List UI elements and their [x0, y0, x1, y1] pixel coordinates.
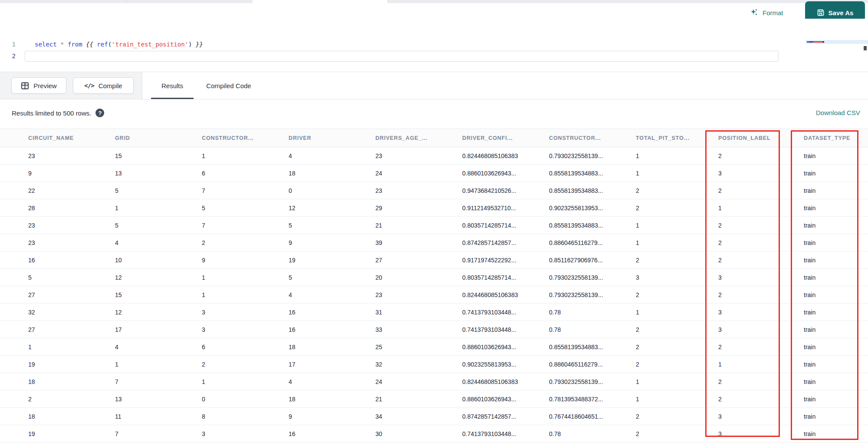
table-cell: 7	[108, 425, 195, 443]
table-cell: 23	[0, 147, 108, 165]
editor-minimap[interactable]	[806, 40, 868, 44]
table-cell: 1	[108, 199, 195, 217]
code-token: select	[35, 41, 57, 48]
table-cell: 0.8860465116279...	[542, 356, 629, 373]
column-header[interactable]: DRIVER	[282, 129, 369, 147]
table-cell: 0.8035714285714...	[456, 217, 542, 234]
code-token: )	[188, 41, 192, 48]
table-cell: 13	[108, 165, 195, 182]
tab-compiled-code[interactable]: Compiled Code	[201, 72, 257, 99]
table-cell: 12	[108, 269, 195, 286]
table-cell: 1	[195, 373, 282, 390]
table-cell: train	[797, 373, 868, 390]
table-cell: 19	[282, 251, 369, 269]
table-cell: 16	[282, 304, 369, 321]
table-cell: 0.9023255813953...	[542, 199, 629, 217]
minimap-scroll-handle[interactable]	[864, 46, 867, 50]
table-cell: train	[797, 234, 868, 251]
table-cell: 5	[108, 182, 195, 199]
download-csv-link[interactable]: Download CSV	[816, 109, 860, 116]
table-cell: 1	[629, 165, 712, 182]
table-cell: 2	[712, 182, 797, 199]
table-cell: 24	[369, 373, 456, 390]
format-button[interactable]: Format	[750, 7, 783, 19]
table-cell: 3	[712, 304, 797, 321]
table-cell: 2	[712, 251, 797, 269]
table-cell: 0.8558139534883...	[542, 165, 629, 182]
table-cell: train	[797, 356, 868, 373]
column-header[interactable]: POSITION_LABEL	[712, 129, 797, 147]
table-row: 281512290.9112149532710...0.902325581395…	[0, 199, 868, 217]
table-cell: 1	[108, 356, 195, 373]
column-header[interactable]: DATASET_TYPE	[797, 129, 868, 147]
table-cell: 0.9023255813953...	[456, 356, 542, 373]
table-cell: 2	[195, 234, 282, 251]
table-row: 181189340.8742857142857...0.767441860465…	[0, 408, 868, 425]
table-cell: 24	[369, 165, 456, 182]
minimap-code-line	[807, 41, 829, 43]
table-cell: 0.824468085106383	[456, 373, 542, 390]
table-cell: train	[797, 269, 868, 286]
table-cell: 23	[0, 217, 108, 234]
column-header[interactable]: CIRCUIT_NAME	[0, 129, 108, 147]
table-cell: 15	[108, 147, 195, 165]
table-cell: 2	[629, 356, 712, 373]
editor-toolbar: Format Save As	[0, 3, 868, 19]
active-file-tab[interactable]	[252, 0, 388, 3]
table-cell: 0.824468085106383	[456, 286, 542, 304]
table-cell: 0.8558139534883...	[542, 338, 629, 356]
table-cell: 25	[369, 338, 456, 356]
table-cell: 13	[108, 390, 195, 408]
table-cell: 4	[108, 338, 195, 356]
table-cell: 16	[282, 425, 369, 443]
line-number-1: 1	[6, 40, 16, 49]
table-cell: 32	[0, 304, 108, 321]
table-cell: train	[797, 147, 868, 165]
table-cell: 3	[195, 304, 282, 321]
table-cell: 3	[195, 321, 282, 338]
compile-button[interactable]: </> Compile	[73, 77, 134, 94]
save-as-label: Save As	[829, 9, 854, 17]
table-row: 213018210.8860103626943...0.781395348837…	[0, 390, 868, 408]
column-header[interactable]: DRIVER_CONFI...	[456, 129, 542, 147]
column-header[interactable]: GRID	[108, 129, 195, 147]
table-cell: 15	[108, 286, 195, 304]
table-cell: 2	[712, 390, 797, 408]
table-cell: 3	[712, 408, 797, 425]
table-cell: 3	[712, 269, 797, 286]
results-table-container: CIRCUIT_NAMEGRIDCONSTRUCTOR...DRIVERDRIV…	[0, 129, 868, 443]
table-cell: 5	[282, 269, 369, 286]
table-row: 51215200.8035714285714...0.7930232558139…	[0, 269, 868, 286]
active-line-highlight[interactable]	[25, 51, 779, 62]
table-cell: 18	[0, 373, 108, 390]
column-header[interactable]: CONSTRUCTOR...	[542, 129, 629, 147]
table-cell: 33	[369, 321, 456, 338]
table-cell: 1	[629, 217, 712, 234]
table-cell: 0.8860103626943...	[456, 165, 542, 182]
column-header[interactable]: DRIVERS_AGE_...	[369, 129, 456, 147]
table-cell: 12	[108, 304, 195, 321]
table-cell: 32	[369, 356, 456, 373]
table-cell: 0.824468085106383	[456, 147, 542, 165]
tab-results[interactable]: Results	[151, 72, 194, 99]
column-header[interactable]: CONSTRUCTOR...	[195, 129, 282, 147]
results-limit-text: Results limited to 500 rows.	[12, 109, 91, 117]
table-cell: 1	[0, 338, 108, 356]
table-row: 191217320.9023255813953...0.886046511627…	[0, 356, 868, 373]
column-header[interactable]: TOTAL_PIT_STO...	[629, 129, 712, 147]
code-token: }}	[192, 41, 203, 48]
table-cell: 19	[0, 356, 108, 373]
table-row: 197316300.7413793103448...0.7823train	[0, 425, 868, 443]
sql-code-editor[interactable]: 1 2 select * from {{ ref('train_test_pos…	[0, 19, 868, 72]
help-icon[interactable]: ?	[95, 109, 104, 117]
table-cell: 20	[369, 269, 456, 286]
table-cell: train	[797, 199, 868, 217]
table-cell: 0.8558139534883...	[542, 217, 629, 234]
line-number-2: 2	[6, 51, 16, 61]
table-cell: train	[797, 304, 868, 321]
preview-button[interactable]: Preview	[11, 77, 66, 94]
table-cell: 2	[712, 338, 797, 356]
table-cell: 5	[108, 217, 195, 234]
code-line-1[interactable]: select * from {{ ref('train_test_positio…	[35, 40, 203, 49]
table-cell: 0.7413793103448...	[456, 425, 542, 443]
